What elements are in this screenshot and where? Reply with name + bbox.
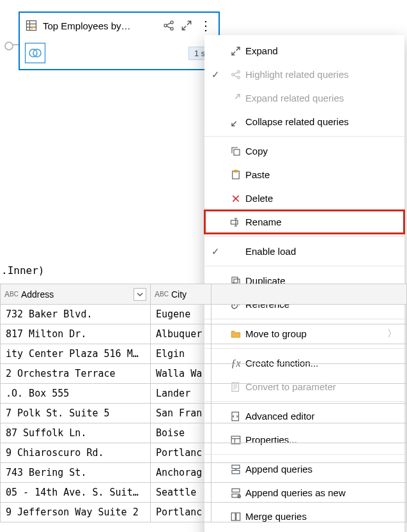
svg-rect-0 xyxy=(27,21,36,31)
table-row[interactable]: ity Center Plaza 516 M…Elgin xyxy=(1,344,407,364)
paste-icon xyxy=(226,169,245,181)
query-node-title: Top Employees by… xyxy=(43,20,157,31)
cell-city[interactable]: Portlanc xyxy=(151,503,211,522)
svg-rect-22 xyxy=(234,149,240,155)
cell-extra[interactable] xyxy=(211,503,407,522)
cell-city[interactable]: Anchorag xyxy=(151,463,211,483)
svg-rect-24 xyxy=(234,170,238,172)
cell-extra[interactable] xyxy=(211,483,407,503)
svg-point-16 xyxy=(238,70,240,73)
cell-extra[interactable] xyxy=(211,404,407,423)
menu-expand[interactable]: Expand xyxy=(204,39,404,63)
table-row[interactable]: .O. Box 555Lander xyxy=(1,384,407,404)
cell-extra[interactable] xyxy=(211,423,407,443)
menu-merge-new[interactable]: Merge queries as new xyxy=(204,528,404,532)
data-table: ABC Address ABC City 732 Baker Blvd.Euge… xyxy=(0,284,407,522)
svg-rect-30 xyxy=(232,277,238,283)
table-row[interactable]: 817 Milton Dr.Albuquer xyxy=(1,324,407,344)
svg-point-5 xyxy=(171,21,173,24)
check-icon: ✓ xyxy=(204,69,226,80)
cell-extra[interactable] xyxy=(211,384,407,404)
table-lightning-icon xyxy=(25,19,38,32)
cell-extra[interactable] xyxy=(211,305,407,324)
delete-icon xyxy=(226,194,245,204)
cell-address[interactable]: 05 - 14th Ave. S. Suit… xyxy=(1,483,151,503)
svg-line-8 xyxy=(167,26,171,28)
column-header-extra[interactable] xyxy=(211,284,407,305)
cell-extra[interactable] xyxy=(211,344,407,364)
svg-line-20 xyxy=(235,95,240,99)
cell-address[interactable]: 87 Suffolk Ln. xyxy=(1,423,151,443)
svg-rect-27 xyxy=(231,220,238,224)
menu-paste[interactable]: Paste xyxy=(204,163,404,186)
table-row[interactable]: 9 Chiaroscuro Rd.Portlanc xyxy=(1,443,407,463)
expand-out-icon xyxy=(226,93,245,104)
table-row[interactable]: 05 - 14th Ave. S. Suit…Seattle xyxy=(1,483,407,503)
svg-point-4 xyxy=(164,24,167,27)
cell-address[interactable]: 7 Polk St. Suite 5 xyxy=(1,404,151,423)
cell-city[interactable]: Boise xyxy=(151,423,211,443)
query-node-header: Top Employees by… ⋮ xyxy=(20,13,219,38)
share-icon[interactable] xyxy=(162,19,175,32)
expand-icon xyxy=(226,45,245,57)
table-row[interactable]: 743 Bering St.Anchorag xyxy=(1,463,407,483)
table-row[interactable]: 7 Polk St. Suite 5San Fran xyxy=(1,404,407,423)
cell-address[interactable]: .O. Box 555 xyxy=(1,384,151,404)
column-filter-dropdown[interactable] xyxy=(134,288,146,301)
cell-extra[interactable] xyxy=(211,443,407,463)
cell-address[interactable]: 9 Jefferson Way Suite 2 xyxy=(1,503,151,522)
table-row[interactable]: 2 Orchestra TerraceWalla Wa xyxy=(1,364,407,384)
menu-copy[interactable]: Copy xyxy=(204,139,404,163)
check-icon: ✓ xyxy=(204,246,226,257)
column-header-address[interactable]: ABC Address xyxy=(1,284,151,305)
cell-address[interactable]: 743 Bering St. xyxy=(1,463,151,483)
menu-expand-related: Expand related queries xyxy=(204,86,404,110)
copy-icon xyxy=(226,146,245,157)
collapse-in-icon xyxy=(226,116,245,128)
svg-point-15 xyxy=(232,73,234,76)
cell-address[interactable]: 817 Milton Dr. xyxy=(1,324,151,344)
svg-line-14 xyxy=(232,51,235,54)
menu-collapse-related[interactable]: Collapse related queries xyxy=(204,110,404,133)
cell-address[interactable]: 732 Baker Blvd. xyxy=(1,305,151,324)
expand-icon[interactable] xyxy=(180,19,193,32)
cell-extra[interactable] xyxy=(211,364,407,384)
table-row[interactable]: 87 Suffolk Ln.Boise xyxy=(1,423,407,443)
rename-icon xyxy=(226,217,245,228)
cell-city[interactable]: Eugene xyxy=(151,305,211,324)
menu-rename[interactable]: Rename xyxy=(204,210,404,234)
merge-step-icon[interactable] xyxy=(25,43,45,63)
share-icon xyxy=(226,69,245,80)
cell-address[interactable]: 2 Orchestra Terrace xyxy=(1,364,151,384)
table-row[interactable]: 9 Jefferson Way Suite 2Portlanc xyxy=(1,503,407,522)
cell-address[interactable]: ity Center Plaza 516 M… xyxy=(1,344,151,364)
cell-city[interactable]: Seattle xyxy=(151,483,211,503)
menu-delete[interactable]: Delete xyxy=(204,186,404,210)
cell-extra[interactable] xyxy=(211,324,407,344)
svg-line-7 xyxy=(167,23,171,25)
svg-point-17 xyxy=(238,76,240,79)
more-options-button[interactable]: ⋮ xyxy=(198,20,213,31)
svg-point-6 xyxy=(171,27,173,30)
query-node[interactable]: Top Employees by… ⋮ 1 st xyxy=(19,11,220,70)
cell-city[interactable]: Elgin xyxy=(151,344,211,364)
cell-extra[interactable] xyxy=(211,463,407,483)
svg-line-9 xyxy=(187,21,191,25)
svg-line-21 xyxy=(232,121,236,126)
text-type-icon: ABC xyxy=(155,290,169,299)
column-header-city[interactable]: ABC City xyxy=(151,284,211,305)
menu-highlight-related: ✓ Highlight related queries xyxy=(204,63,404,86)
cell-address[interactable]: 9 Chiaroscuro Rd. xyxy=(1,443,151,463)
table-row[interactable]: 732 Baker Blvd.Eugene xyxy=(1,305,407,324)
cell-city[interactable]: Lander xyxy=(151,384,211,404)
menu-enable-load[interactable]: ✓ Enable load xyxy=(204,239,404,263)
cell-city[interactable]: Albuquer xyxy=(151,324,211,344)
svg-line-13 xyxy=(236,47,240,50)
cell-city[interactable]: Walla Wa xyxy=(151,364,211,384)
cell-city[interactable]: San Fran xyxy=(151,404,211,423)
cell-city[interactable]: Portlanc xyxy=(151,443,211,463)
svg-line-18 xyxy=(234,72,238,74)
svg-line-10 xyxy=(182,26,186,30)
text-type-icon: ABC xyxy=(4,290,19,299)
formula-text-fragment: .Inner) xyxy=(1,264,44,277)
